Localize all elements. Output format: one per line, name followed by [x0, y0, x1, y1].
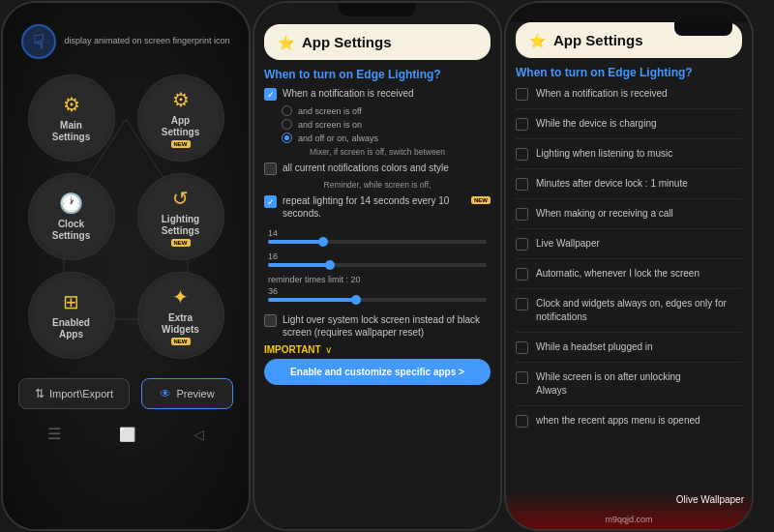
phone3-header-icon: ⭐ [529, 33, 546, 48]
option-live-wallpaper-checkbox[interactable] [516, 238, 528, 251]
important-chevron-icon: ∨ [325, 344, 332, 355]
nav-back-icon[interactable]: ◁ [194, 427, 204, 442]
enabled-apps-label: EnabledApps [52, 317, 90, 340]
preview-icon: 👁 [160, 387, 171, 400]
option-notification-checkbox[interactable] [516, 88, 528, 101]
option-notification: When a notification is received [516, 87, 742, 109]
extra-widgets-circle[interactable]: ✦ ExtraWidgets NEW [137, 272, 224, 359]
radio-screen-on: and screen is on [282, 119, 491, 130]
option-clock-widgets: Clock and widgets always on, edges only … [516, 297, 742, 333]
option-recent-apps: when the recent apps menu is opened [516, 414, 742, 435]
extra-widgets-icon: ✦ [172, 285, 189, 309]
repeat-badge: NEW [471, 196, 491, 204]
phone3-section-title: When to turn on Edge Lighting? [516, 66, 742, 79]
enable-apps-button[interactable]: Enable and customize specific apps > [264, 359, 491, 385]
option-music-checkbox[interactable] [516, 148, 528, 161]
slider2-thumb[interactable] [325, 260, 335, 270]
enabled-apps-circle[interactable]: ⊞ EnabledApps [28, 272, 115, 359]
app-settings-badge: NEW [171, 140, 191, 148]
mixer-row: all current notifications colors and sty… [264, 162, 491, 175]
radio-always-label: and off or on, always [298, 133, 378, 143]
notification-checkbox[interactable]: ✓ [264, 88, 277, 101]
olive-wallpaper-label: Olive Wallpaper [676, 494, 744, 505]
phone2-section-title: When to turn on Edge Lighting? [264, 68, 491, 81]
radio-screen-off: and screen is off [282, 105, 491, 116]
notification-row: ✓ When a notification is received [264, 87, 491, 101]
option-device-lock-label: Minutes after device lock : 1 minute [536, 177, 688, 191]
option-auto-lock-checkbox[interactable] [516, 268, 528, 281]
option-after-unlock: While screen is on after unlockingAlways [516, 370, 742, 406]
extra-widgets-label: ExtraWidgets [162, 312, 199, 336]
phone1-background: ☟ display animated on screen fingerprint… [3, 3, 249, 529]
slider1[interactable] [268, 240, 487, 244]
fingerprint-icon: ☟ [21, 24, 56, 59]
option-headset: While a headset plugged in [516, 340, 742, 363]
slider3[interactable] [268, 298, 487, 302]
option-headset-checkbox[interactable] [516, 341, 528, 354]
option-headset-label: While a headset plugged in [536, 340, 653, 354]
sliders-area: 14 16 reminder times limit : 20 36 [264, 224, 491, 313]
clock-settings-circle[interactable]: 🕐 ClockSettings [28, 173, 115, 260]
app-settings-circle[interactable]: ⚙ AppSettings NEW [137, 74, 224, 162]
slider1-thumb[interactable] [318, 237, 328, 247]
main-settings-label: MainSettings [52, 120, 90, 143]
enabled-apps-icon: ⊞ [63, 290, 79, 313]
phone1-circles-grid: ⚙ MainSettings ⚙ AppSettings NEW 🕐 Clock… [3, 67, 249, 367]
important-label: IMPORTANT [264, 344, 321, 355]
radio-screen-off-btn[interactable] [282, 105, 292, 116]
nav-home-icon[interactable]: ⬜ [119, 427, 135, 442]
watermark: m9qqjd.com [605, 515, 652, 524]
option-auto-lock-label: Automatic, whenever I lock the screen [536, 267, 700, 281]
light-over-label: Light over system lock screen instead of… [283, 313, 491, 339]
slider3-thumb[interactable] [351, 295, 361, 305]
phone1-topbar-text: display animated on screen fingerprint i… [64, 36, 229, 47]
phone3-notch [674, 22, 732, 36]
option-device-lock-checkbox[interactable] [516, 178, 528, 191]
light-over-row: Light over system lock screen instead of… [264, 313, 491, 339]
phone2-header-icon: ⭐ [278, 35, 294, 50]
enable-apps-label: Enable and customize specific apps > [290, 367, 464, 377]
phone-3: ⭐ App Settings When to turn on Edge Ligh… [504, 1, 754, 531]
phone3-bottom-area: Olive Wallpaper m9qqjd.com [506, 490, 752, 531]
repeat-row: ✓ repeat lighting for 14 seconds every 1… [264, 194, 491, 220]
notification-label: When a notification is received [283, 87, 414, 100]
import-export-button[interactable]: ⇅ Import\Export [18, 378, 130, 409]
option-auto-lock: Automatic, whenever I lock the screen [516, 267, 742, 289]
slider3-val: 36 [268, 286, 487, 296]
clock-settings-label: ClockSettings [52, 219, 90, 242]
phone2-background: ⭐ App Settings When to turn on Edge Ligh… [254, 3, 500, 529]
radio-screen-on-btn[interactable] [282, 119, 292, 130]
radio-always: and off or on, always [282, 133, 491, 143]
radio-always-btn[interactable] [282, 133, 292, 143]
lighting-settings-circle[interactable]: ↺ LightingSettings NEW [137, 173, 224, 260]
option-charging-checkbox[interactable] [516, 118, 528, 131]
app-settings-icon: ⚙ [172, 88, 190, 111]
extra-widgets-badge: NEW [171, 338, 191, 345]
mixer-label: all current notifications colors and sty… [283, 162, 449, 174]
app-settings-label: AppSettings [162, 115, 199, 138]
nav-menu-icon[interactable]: ☰ [47, 425, 61, 443]
clock-settings-icon: 🕐 [59, 192, 83, 215]
phone3-background: ⭐ App Settings When to turn on Edge Ligh… [506, 22, 752, 531]
light-over-checkbox[interactable] [264, 314, 277, 327]
main-settings-circle[interactable]: ⚙ MainSettings [28, 74, 115, 162]
option-after-unlock-checkbox[interactable] [516, 371, 528, 384]
option-clock-widgets-checkbox[interactable] [516, 298, 528, 310]
option-clock-widgets-label: Clock and widgets always on, edges only … [536, 297, 742, 324]
lighting-settings-badge: NEW [171, 239, 191, 247]
slider2[interactable] [268, 263, 487, 267]
radio-screen-on-label: and screen is on [298, 120, 362, 130]
slider2-label: 16 [268, 251, 487, 261]
import-export-icon: ⇅ [35, 387, 45, 400]
mixer-note: Mixer, if screen is off, switch between [264, 147, 491, 158]
option-music-label: Lighting when listening to music [536, 147, 672, 161]
phone2-header-title: App Settings [302, 34, 392, 50]
option-recent-apps-checkbox[interactable] [516, 415, 528, 428]
repeat-checkbox[interactable]: ✓ [264, 195, 277, 208]
option-call-checkbox[interactable] [516, 208, 528, 221]
radio-group: and screen is off and screen is on and o… [264, 105, 491, 143]
preview-button[interactable]: 👁 Preview [141, 378, 233, 409]
mixer-checkbox[interactable] [264, 163, 277, 175]
slider3-label: reminder times limit : 20 [268, 275, 487, 284]
phone1-notch [87, 3, 164, 20]
